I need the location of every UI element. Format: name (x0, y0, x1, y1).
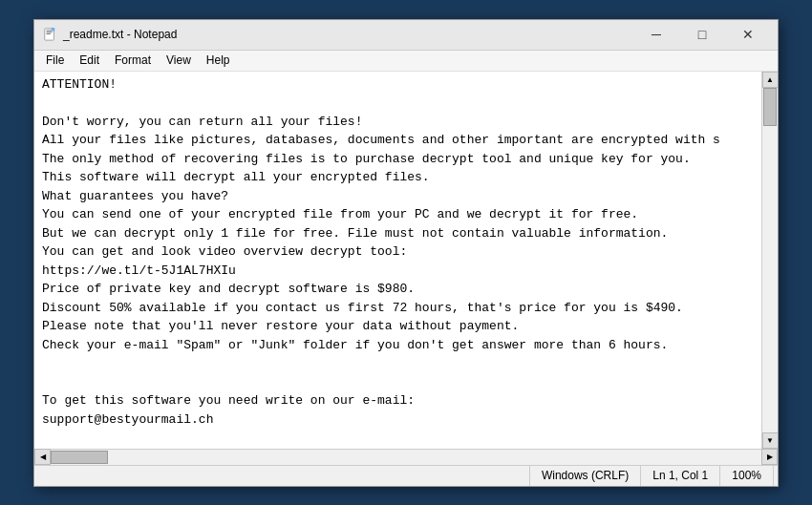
menu-file[interactable]: File (38, 52, 72, 69)
vertical-scrollbar[interactable]: ▲ ▼ (761, 72, 778, 449)
status-encoding: Windows (CRLF) (530, 466, 641, 486)
notepad-icon (42, 27, 57, 42)
content-area: ATTENTION! Don't worry, you can return a… (34, 72, 778, 449)
svg-rect-4 (52, 28, 55, 32)
close-button[interactable]: ✕ (726, 21, 770, 48)
scroll-left-arrow[interactable]: ◀ (34, 449, 51, 465)
title-bar-left: _readme.txt - Notepad (42, 27, 177, 42)
title-bar: _readme.txt - Notepad ─ □ ✕ (34, 20, 778, 51)
scroll-up-arrow[interactable]: ▲ (762, 72, 779, 88)
menu-help[interactable]: Help (199, 52, 238, 69)
notepad-window: _readme.txt - Notepad ─ □ ✕ File Edit Fo… (33, 19, 779, 487)
scroll-down-arrow[interactable]: ▼ (762, 432, 779, 449)
status-zoom: 100% (720, 466, 774, 486)
menu-bar: File Edit Format View Help (34, 51, 778, 72)
menu-edit[interactable]: Edit (72, 52, 107, 69)
menu-format[interactable]: Format (107, 52, 159, 69)
maximize-button[interactable]: □ (680, 21, 724, 48)
minimize-button[interactable]: ─ (634, 21, 678, 48)
scroll-thumb-v[interactable] (763, 88, 777, 126)
scroll-right-arrow[interactable]: ▶ (761, 449, 778, 465)
window-controls: ─ □ ✕ (634, 21, 770, 48)
status-position: Ln 1, Col 1 (641, 466, 720, 486)
svg-rect-1 (47, 31, 53, 32)
window-title: _readme.txt - Notepad (63, 28, 177, 41)
scroll-track-v[interactable] (762, 88, 778, 432)
svg-rect-2 (47, 32, 53, 32)
svg-rect-3 (47, 33, 51, 34)
horizontal-scrollbar[interactable]: ◀ ▶ (34, 449, 778, 465)
status-blank (38, 466, 530, 486)
scroll-thumb-h[interactable] (51, 451, 108, 464)
status-bar: Windows (CRLF) Ln 1, Col 1 100% (34, 465, 778, 486)
scroll-track-h[interactable] (51, 450, 761, 465)
menu-view[interactable]: View (159, 52, 199, 69)
text-editor[interactable]: ATTENTION! Don't worry, you can return a… (34, 72, 761, 449)
